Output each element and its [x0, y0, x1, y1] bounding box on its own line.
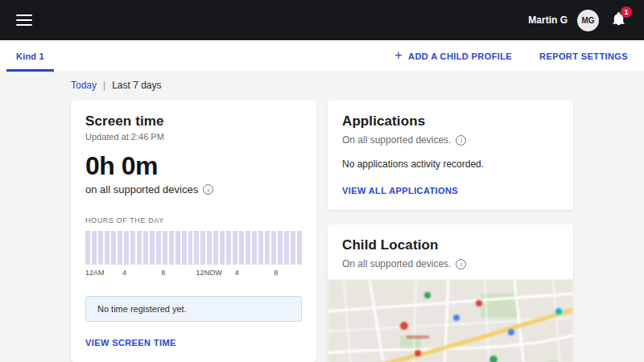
- hour-bar: [284, 231, 289, 265]
- right-column: Applications On all supported devices. i…: [328, 101, 573, 362]
- user-name: Martin G: [528, 14, 568, 26]
- axis-tick-label: 4: [122, 269, 126, 277]
- applications-title: Applications: [342, 113, 559, 130]
- location-devices-note: On all supported devices. i: [342, 258, 559, 269]
- hour-bar: [175, 231, 180, 265]
- hours-bars: [85, 231, 302, 265]
- hour-bar: [156, 231, 161, 265]
- report-settings-button[interactable]: REPORT SETTINGS: [539, 51, 628, 61]
- info-icon[interactable]: i: [203, 184, 213, 195]
- hour-bar: [150, 231, 155, 265]
- hour-bar: [233, 231, 237, 265]
- view-all-applications-link[interactable]: VIEW ALL APPLICATIONS: [342, 186, 458, 195]
- child-location-card: Child Location On all supported devices.…: [328, 224, 573, 362]
- hour-bar: [182, 231, 187, 265]
- notification-bell[interactable]: 1: [609, 10, 628, 30]
- hour-bar: [252, 231, 257, 265]
- tab-child-profile[interactable]: Kind 1: [6, 40, 54, 72]
- axis-tick-label: NOW: [204, 269, 222, 277]
- map-image: [328, 279, 573, 362]
- add-child-profile-button[interactable]: + ADD A CHILD PROFILE: [394, 51, 512, 62]
- axis-tick-label: 8: [274, 269, 278, 277]
- view-screen-time-link[interactable]: VIEW SCREEN TIME: [85, 338, 176, 348]
- add-child-profile-label: ADD A CHILD PROFILE: [408, 51, 512, 61]
- axis-tick-label: 12: [196, 269, 204, 277]
- hour-bar: [105, 231, 109, 265]
- applications-devices-text: On all supported devices.: [342, 134, 451, 146]
- filter-separator: |: [103, 80, 105, 91]
- hour-bar: [111, 231, 116, 265]
- top-bar: Martin G MG 1: [0, 0, 644, 40]
- hour-bar: [278, 231, 283, 265]
- hours-of-day-label: HOURS OF THE DAY: [85, 216, 302, 224]
- hour-bar: [258, 231, 263, 265]
- applications-empty-message: No applications activity recorded.: [342, 158, 559, 170]
- hour-bar: [124, 231, 129, 265]
- hour-bar: [200, 231, 205, 265]
- filter-last-7-days[interactable]: Last 7 days: [112, 80, 161, 91]
- screen-time-updated: Updated at 2:46 PM: [85, 132, 302, 142]
- menu-icon[interactable]: [16, 11, 32, 29]
- hour-bar: [92, 231, 97, 265]
- tab-bar: Kind 1 + ADD A CHILD PROFILE REPORT SETT…: [0, 40, 644, 72]
- hour-bar: [226, 231, 231, 265]
- applications-card: Applications On all supported devices. i…: [328, 101, 573, 210]
- notification-badge: 1: [621, 6, 632, 18]
- hour-bar: [188, 231, 193, 265]
- location-map[interactable]: [328, 279, 573, 362]
- child-location-title: Child Location: [342, 237, 559, 253]
- hour-bar: [194, 231, 199, 265]
- hour-bar: [213, 231, 218, 265]
- hour-bar: [297, 231, 302, 265]
- screen-time-duration: 0h 0m: [85, 151, 302, 181]
- screen-time-title: Screen time: [85, 113, 302, 130]
- screen-time-devices-text: on all supported devices: [85, 183, 198, 195]
- axis-tick-label: 8: [161, 269, 165, 277]
- left-column: Screen time Updated at 2:46 PM 0h 0m on …: [71, 101, 316, 362]
- hour-bar: [239, 231, 244, 265]
- hour-bar: [163, 231, 167, 265]
- hour-bar: [85, 231, 90, 265]
- hour-bar: [98, 231, 103, 265]
- applications-devices-note: On all supported devices. i: [342, 134, 559, 146]
- axis-tick-label: 12AM: [85, 269, 105, 277]
- hour-bar: [143, 231, 148, 265]
- hour-bar: [137, 231, 142, 265]
- hours-axis: 12AM4812NOW48: [85, 269, 302, 278]
- screen-time-card: Screen time Updated at 2:46 PM 0h 0m on …: [71, 101, 316, 362]
- info-icon[interactable]: i: [456, 259, 466, 269]
- location-devices-text: On all supported devices.: [342, 258, 451, 269]
- main-content: Today | Last 7 days Screen time Updated …: [71, 80, 573, 362]
- hour-bar: [169, 231, 174, 265]
- hour-bar: [207, 231, 212, 265]
- hour-bar: [118, 231, 122, 265]
- hour-bar: [271, 231, 276, 265]
- hour-bar: [265, 231, 270, 265]
- app-root: Martin G MG 1 Kind 1 + ADD A CHILD PROFI…: [0, 0, 644, 362]
- axis-tick-label: 4: [235, 269, 239, 277]
- filter-today[interactable]: Today: [71, 80, 97, 91]
- plus-icon: +: [394, 49, 402, 62]
- time-range-filter: Today | Last 7 days: [71, 80, 573, 91]
- hour-bar: [130, 231, 135, 265]
- hour-bar: [246, 231, 250, 265]
- no-time-notice: No time registered yet.: [85, 296, 302, 322]
- hour-bar: [291, 231, 295, 265]
- hour-bar: [220, 231, 225, 265]
- avatar[interactable]: MG: [577, 10, 599, 31]
- info-icon[interactable]: i: [456, 135, 466, 146]
- screen-time-devices-note: on all supported devices i: [85, 183, 302, 195]
